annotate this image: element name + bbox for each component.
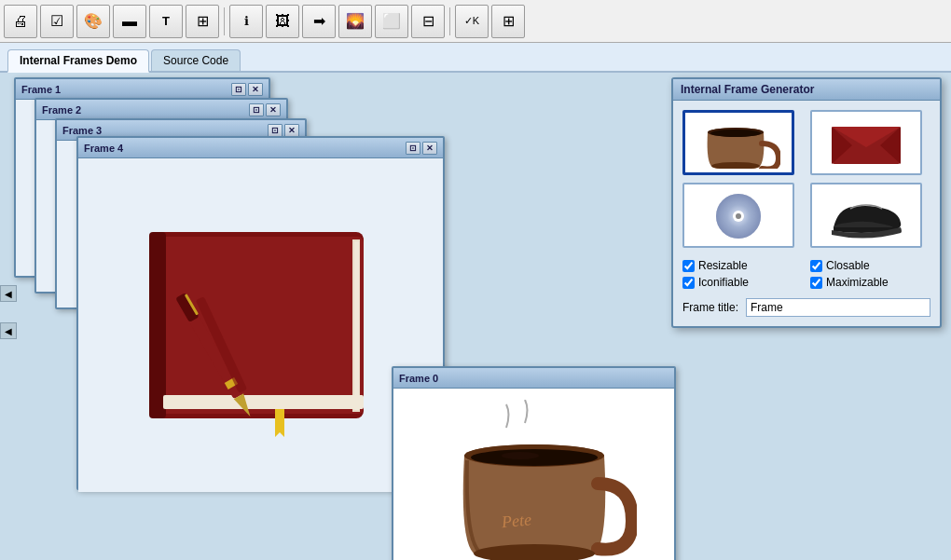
frame-0-titlebar[interactable]: Frame 0 xyxy=(393,368,674,389)
svg-rect-2 xyxy=(149,232,166,418)
frame-1-title: Frame 1 xyxy=(21,84,229,95)
resizable-row: Resizable xyxy=(682,259,803,272)
panel-button[interactable]: ▬ xyxy=(113,5,146,38)
notebook-illustration xyxy=(131,185,392,465)
frame-4-iconify[interactable]: ⊡ xyxy=(406,142,420,155)
photo-button[interactable]: 🌄 xyxy=(338,5,372,38)
ok-button[interactable]: ✓K xyxy=(455,5,489,38)
book-image-option[interactable] xyxy=(810,110,922,175)
frame-1-titlebar[interactable]: Frame 1 ⊡ ✕ xyxy=(16,79,269,100)
frame-2-iconify[interactable]: ⊡ xyxy=(249,103,264,116)
svg-point-30 xyxy=(736,213,741,219)
split-button[interactable]: ⊟ xyxy=(411,5,445,38)
tabbar: Internal Frames Demo Source Code xyxy=(0,43,951,73)
maximizable-row: Maximizable xyxy=(810,276,930,289)
maximizable-label: Maximizable xyxy=(826,276,889,289)
frame-3-iconify[interactable]: ⊡ xyxy=(268,124,283,137)
iconifiable-checkbox[interactable] xyxy=(682,277,695,289)
frame-4-title: Frame 4 xyxy=(84,143,404,154)
generator-images xyxy=(682,110,930,248)
frame-4-close[interactable]: ✕ xyxy=(422,142,437,155)
maximizable-checkbox[interactable] xyxy=(810,277,822,289)
table-button[interactable]: ⊞ xyxy=(186,5,219,38)
svg-rect-4 xyxy=(354,241,359,410)
frame-title-input[interactable] xyxy=(746,298,930,317)
separator-2 xyxy=(449,7,450,35)
frame-4[interactable]: Frame 4 ⊡ ✕ xyxy=(76,136,445,490)
shoe-thumbnail xyxy=(824,190,908,241)
color-button[interactable]: 🎨 xyxy=(76,5,110,38)
image-button[interactable]: 🖼 xyxy=(266,5,299,38)
cd-image-option[interactable] xyxy=(682,183,794,248)
iconifiable-label: Iconifiable xyxy=(698,276,749,289)
svg-rect-5 xyxy=(163,395,364,409)
frame-2-title: Frame 2 xyxy=(42,104,247,116)
svg-point-21 xyxy=(710,130,761,137)
svg-rect-1 xyxy=(158,237,364,414)
scroll-left-2[interactable]: ◀ xyxy=(0,322,17,339)
frame-1-close[interactable]: ✕ xyxy=(248,83,263,96)
frame-4-titlebar[interactable]: Frame 4 ⊡ ✕ xyxy=(78,138,443,158)
print-button[interactable]: 🖨 xyxy=(4,5,37,38)
frame-4-content xyxy=(78,158,443,492)
generator-title: Internal Frame Generator xyxy=(673,79,940,101)
book-thumbnail xyxy=(824,117,908,169)
generator-panel: Internal Frame Generator xyxy=(671,77,942,328)
frame-0-content: Pete xyxy=(393,389,674,560)
frame-1-iconify[interactable]: ⊡ xyxy=(231,83,246,96)
generator-checkboxes: Resizable Closable Iconifiable Maximizab… xyxy=(682,259,930,289)
tab-source-code[interactable]: Source Code xyxy=(151,49,241,71)
arrow-button[interactable]: ➡ xyxy=(302,5,336,38)
frame-2-close[interactable]: ✕ xyxy=(266,103,281,116)
separator-1 xyxy=(224,7,225,35)
checkbox-button[interactable]: ☑ xyxy=(40,5,74,38)
closable-row: Closable xyxy=(810,259,930,272)
coffee-thumbnail xyxy=(696,117,780,169)
frame-0[interactable]: Frame 0 xyxy=(392,366,676,560)
frame-title-row: Frame title: xyxy=(682,298,930,317)
resizable-checkbox[interactable] xyxy=(682,260,695,272)
generator-body: Resizable Closable Iconifiable Maximizab… xyxy=(673,101,940,326)
frame-2-titlebar[interactable]: Frame 2 ⊡ ✕ xyxy=(36,100,286,120)
frame-3-close[interactable]: ✕ xyxy=(284,124,299,137)
info-button[interactable]: ℹ xyxy=(229,5,263,38)
svg-point-16 xyxy=(502,452,539,459)
coffee-image-option[interactable] xyxy=(682,110,794,175)
svg-text:Pete: Pete xyxy=(500,510,532,531)
svg-marker-6 xyxy=(275,409,284,437)
cd-thumbnail xyxy=(696,190,780,241)
tab-internal-frames[interactable]: Internal Frames Demo xyxy=(7,49,149,73)
iconifiable-row: Iconifiable xyxy=(682,276,803,289)
main-area: Frame 1 ⊡ ✕ Frame 2 ⊡ ✕ Frame 3 ⊡ ✕ Fram… xyxy=(0,73,951,560)
coffee-illustration: Pete xyxy=(432,400,637,561)
window-button[interactable]: ⬜ xyxy=(375,5,408,38)
frame-title-label: Frame title: xyxy=(682,301,738,314)
closable-checkbox[interactable] xyxy=(810,260,822,272)
text-button[interactable]: T xyxy=(149,5,183,38)
closable-label: Closable xyxy=(826,259,870,272)
frame-0-title: Frame 0 xyxy=(399,373,668,384)
toolbar: 🖨 ☑ 🎨 ▬ T ⊞ ℹ 🖼 ➡ 🌄 ⬜ ⊟ ✓K ⊞ xyxy=(0,0,951,43)
grid-button[interactable]: ⊞ xyxy=(491,5,525,38)
resizable-label: Resizable xyxy=(698,259,748,272)
shoe-image-option[interactable] xyxy=(810,183,922,248)
scroll-left-1[interactable]: ◀ xyxy=(0,285,17,302)
frame-3-title: Frame 3 xyxy=(62,125,266,136)
